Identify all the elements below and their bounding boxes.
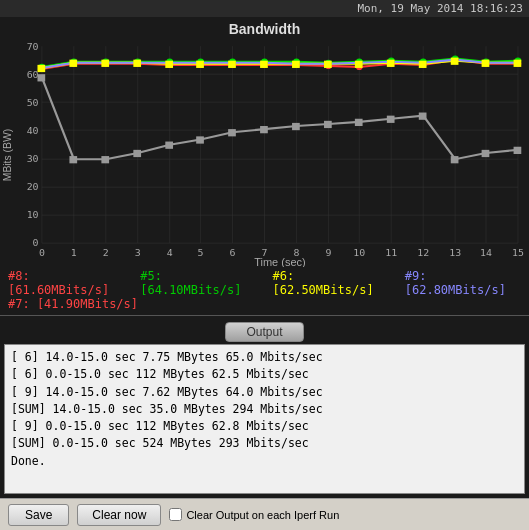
svg-rect-84 <box>101 60 109 67</box>
svg-text:13: 13 <box>449 247 461 258</box>
svg-rect-88 <box>228 61 236 68</box>
datetime-label: Mon, 19 May 2014 18:16:23 <box>357 2 523 15</box>
svg-text:0: 0 <box>33 238 39 249</box>
legend-item-6: #6: [62.50MBits/s] <box>273 269 389 297</box>
svg-rect-87 <box>196 61 204 68</box>
svg-text:14: 14 <box>480 247 492 258</box>
svg-rect-102 <box>165 142 173 149</box>
svg-text:30: 30 <box>27 154 39 165</box>
svg-rect-89 <box>260 61 268 68</box>
output-line: [ 9] 14.0-15.0 sec 7.62 MBytes 64.0 Mbit… <box>11 384 518 401</box>
svg-rect-83 <box>69 60 77 67</box>
legend-item-5: #5: [64.10MBits/s] <box>140 269 256 297</box>
svg-text:5: 5 <box>198 247 204 258</box>
chart-container: Bandwidth <box>0 17 529 267</box>
svg-rect-104 <box>228 129 236 136</box>
svg-rect-97 <box>514 60 522 67</box>
svg-rect-94 <box>419 61 427 68</box>
svg-text:60: 60 <box>27 70 39 81</box>
top-bar: Mon, 19 May 2014 18:16:23 <box>0 0 529 17</box>
svg-rect-106 <box>292 123 300 130</box>
output-line: [SUM] 14.0-15.0 sec 35.0 MBytes 294 Mbit… <box>11 401 518 418</box>
svg-text:50: 50 <box>27 98 39 109</box>
svg-text:Time (sec): Time (sec) <box>254 256 306 267</box>
svg-rect-92 <box>355 61 363 68</box>
legend-item-7: #7: [41.90MBits/s] <box>8 297 138 311</box>
svg-rect-85 <box>133 60 141 67</box>
svg-text:20: 20 <box>27 182 39 193</box>
svg-text:11: 11 <box>385 247 397 258</box>
output-line: [ 9] 0.0-15.0 sec 112 MBytes 62.8 Mbits/… <box>11 418 518 435</box>
legend: #8: [61.60MBits/s] #5: [64.10MBits/s] #6… <box>0 267 529 313</box>
svg-rect-110 <box>419 113 427 120</box>
output-line: [ 6] 0.0-15.0 sec 112 MBytes 62.5 Mbits/… <box>11 366 518 383</box>
svg-text:MBits (BW): MBits (BW) <box>1 129 13 181</box>
svg-rect-91 <box>324 61 332 68</box>
bottom-bar: Save Clear now Clear Output on each Iper… <box>0 498 529 530</box>
svg-rect-95 <box>451 58 459 65</box>
svg-text:40: 40 <box>27 126 39 137</box>
svg-text:3: 3 <box>135 247 141 258</box>
clear-on-run-checkbox[interactable] <box>169 508 182 521</box>
svg-text:70: 70 <box>27 42 39 53</box>
clear-now-button[interactable]: Clear now <box>77 504 161 526</box>
svg-rect-93 <box>387 60 395 67</box>
output-line: [ 6] 14.0-15.0 sec 7.75 MBytes 65.0 Mbit… <box>11 349 518 366</box>
svg-rect-100 <box>101 156 109 163</box>
svg-rect-86 <box>165 61 173 68</box>
chart-svg-wrapper: 0 10 20 30 40 50 60 70 0 1 2 3 4 5 <box>0 41 529 267</box>
svg-rect-96 <box>482 60 490 67</box>
svg-rect-99 <box>69 156 77 163</box>
svg-rect-113 <box>514 147 522 154</box>
clear-on-run-checkbox-area[interactable]: Clear Output on each Iperf Run <box>169 508 339 521</box>
svg-rect-101 <box>133 150 141 157</box>
svg-rect-108 <box>355 119 363 126</box>
svg-rect-82 <box>37 65 45 72</box>
svg-text:10: 10 <box>27 210 39 221</box>
svg-rect-111 <box>451 156 459 163</box>
output-area[interactable]: [ 6] 14.0-15.0 sec 7.75 MBytes 65.0 Mbit… <box>4 344 525 494</box>
output-line: [SUM] 0.0-15.0 sec 524 MBytes 293 Mbits/… <box>11 435 518 452</box>
svg-text:4: 4 <box>167 247 173 258</box>
svg-rect-103 <box>196 136 204 143</box>
svg-text:2: 2 <box>103 247 109 258</box>
svg-rect-112 <box>482 150 490 157</box>
clear-on-run-label: Clear Output on each Iperf Run <box>186 509 339 521</box>
output-btn-row: Output <box>0 318 529 344</box>
svg-text:12: 12 <box>417 247 429 258</box>
svg-rect-105 <box>260 126 268 133</box>
svg-text:9: 9 <box>325 247 331 258</box>
svg-text:1: 1 <box>71 247 77 258</box>
save-button[interactable]: Save <box>8 504 69 526</box>
chart-title: Bandwidth <box>0 17 529 37</box>
divider <box>0 315 529 316</box>
svg-rect-109 <box>387 116 395 123</box>
output-button[interactable]: Output <box>225 322 303 342</box>
legend-item-8: #8: [61.60MBits/s] <box>8 269 124 297</box>
svg-text:6: 6 <box>230 247 236 258</box>
svg-text:0: 0 <box>39 247 45 258</box>
svg-rect-107 <box>324 121 332 128</box>
output-line: Done. <box>11 453 518 470</box>
svg-rect-98 <box>37 74 45 81</box>
legend-item-9: #9: [62.80MBits/s] <box>405 269 521 297</box>
svg-text:10: 10 <box>353 247 365 258</box>
svg-rect-90 <box>292 61 300 68</box>
svg-text:15: 15 <box>512 247 524 258</box>
